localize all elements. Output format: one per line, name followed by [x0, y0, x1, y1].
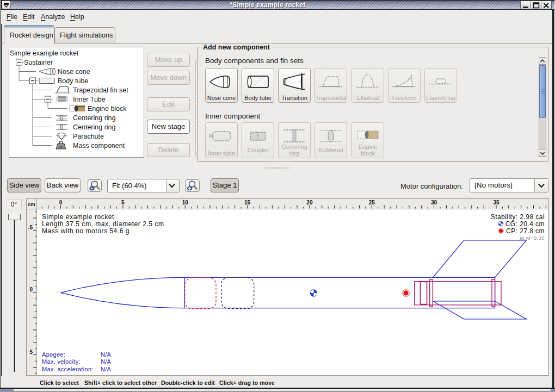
svg-text:35: 35 [493, 200, 499, 206]
svg-text:cm: cm [28, 201, 35, 207]
svg-text:-5: -5 [28, 225, 33, 231]
svg-text:30: 30 [431, 200, 437, 206]
svg-text:0: 0 [29, 287, 33, 293]
svg-text:15: 15 [244, 200, 251, 206]
svg-text:0: 0 [59, 200, 63, 206]
svg-text:5: 5 [121, 200, 125, 206]
svg-text:5: 5 [29, 349, 33, 355]
svg-text:kg: kg [59, 145, 63, 148]
svg-text:25: 25 [369, 200, 375, 206]
svg-text:20: 20 [306, 200, 313, 206]
svg-text:10: 10 [182, 200, 189, 206]
